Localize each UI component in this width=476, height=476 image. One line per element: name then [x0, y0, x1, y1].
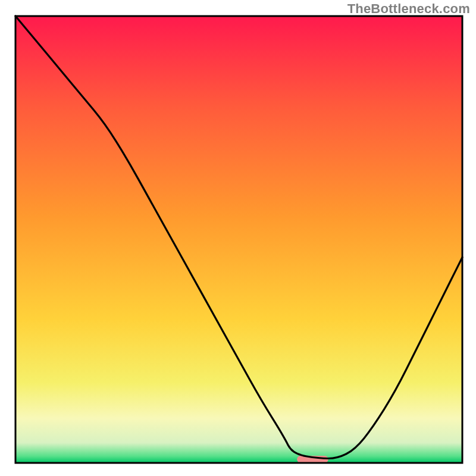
watermark-text: TheBottleneck.com	[347, 1, 470, 17]
plot-background	[15, 16, 462, 463]
bottleneck-chart	[0, 0, 476, 476]
chart-container: TheBottleneck.com	[0, 0, 476, 476]
